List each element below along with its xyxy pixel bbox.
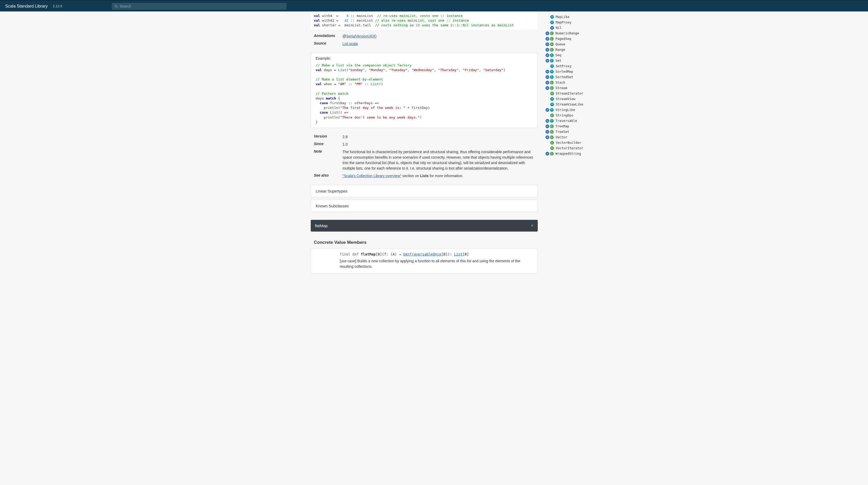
nav-item-sortedmap[interactable]: OTSortedMap: [546, 69, 619, 74]
t-badge-icon: T: [550, 103, 554, 106]
o-badge-icon: O: [546, 130, 549, 134]
nav-item-setproxy[interactable]: TSetProxy: [546, 63, 619, 69]
nav-label[interactable]: Stack: [555, 80, 565, 85]
nav-label[interactable]: Nil: [556, 26, 562, 30]
nav-item-sortedset[interactable]: OTSortedSet: [546, 74, 619, 80]
clear-filter-icon[interactable]: ×: [531, 223, 534, 228]
nav-label[interactable]: StreamIterator: [556, 91, 583, 95]
nav-item-streamview[interactable]: TStreamView: [546, 96, 619, 102]
o-badge-icon: O: [546, 152, 549, 156]
library-title: Scala Standard Library: [5, 4, 48, 9]
c-badge-icon: C: [550, 152, 554, 156]
seealso-link[interactable]: "Scala's Collection Library overview": [342, 174, 401, 178]
nav-item-vectoriterator[interactable]: CVectorIterator: [546, 146, 619, 151]
nav-label[interactable]: WrappedString: [555, 152, 581, 156]
nav-item-treemap[interactable]: OCTreeMap: [546, 124, 619, 129]
nav-item-vectorbuilder[interactable]: CVectorBuilder: [546, 140, 619, 146]
nav-label[interactable]: MapLike: [556, 15, 569, 19]
nav-label[interactable]: SortedSet: [555, 75, 573, 79]
library-version: 2.12.5: [53, 4, 62, 8]
c-badge-icon: C: [550, 130, 554, 134]
member-flatmap[interactable]: final def flatMap[B](f: (A) ⇒ GenTravers…: [311, 248, 538, 273]
nav-item-stream[interactable]: OCStream: [546, 85, 619, 91]
nav-label[interactable]: StreamView: [556, 97, 575, 101]
t-badge-icon: T: [550, 21, 554, 24]
nav-item-streamiterator[interactable]: CStreamIterator: [546, 91, 619, 96]
known-subclasses-toggle[interactable]: Known Subclasses: [311, 200, 538, 212]
o-badge-icon: O: [546, 119, 549, 123]
search-input[interactable]: [120, 4, 284, 8]
nav-label[interactable]: StringOps: [556, 113, 574, 117]
t-badge-icon: T: [550, 108, 554, 112]
nav-label[interactable]: VectorIterator: [556, 146, 583, 150]
source-label: Source: [314, 41, 342, 45]
svg-point-0: [115, 5, 117, 7]
nav-label[interactable]: Traversable: [555, 119, 577, 123]
t-badge-icon: T: [550, 59, 554, 63]
nav-label[interactable]: Stream: [555, 86, 567, 90]
nav-label[interactable]: VectorBuilder: [556, 141, 581, 144]
nav-label[interactable]: Vector: [555, 135, 567, 139]
keyword: val: [314, 14, 320, 18]
nav-item-seq[interactable]: OTSeq: [546, 52, 619, 58]
nav-label[interactable]: StringLike: [555, 108, 575, 112]
nav-item-streamviewlike[interactable]: TStreamViewLike: [546, 102, 619, 107]
svg-line-1: [117, 6, 117, 7]
nav-item-numericrange[interactable]: OCNumericRange: [546, 30, 619, 36]
nav-item-set[interactable]: OTSet: [546, 58, 619, 63]
nav-label[interactable]: NumericRange: [555, 31, 579, 35]
nav-label[interactable]: MapProxy: [556, 20, 571, 24]
linear-supertypes-toggle[interactable]: Linear Supertypes: [311, 185, 538, 197]
source-link[interactable]: List.scala: [342, 42, 358, 46]
c-badge-icon: C: [550, 86, 554, 90]
gentraversableonce-link[interactable]: GenTraversableOnce: [403, 252, 441, 256]
nav-label[interactable]: PagedSeq: [555, 37, 571, 41]
nav-item-pagedseq[interactable]: OCPagedSeq: [546, 36, 619, 41]
nav-label[interactable]: Queue: [555, 42, 565, 46]
nav-item-range[interactable]: OCRange: [546, 47, 619, 52]
o-badge-icon: O: [546, 48, 549, 52]
nav-item-stringops[interactable]: CStringOps: [546, 112, 619, 118]
nav-item-stringlike[interactable]: OTStringLike: [546, 107, 619, 112]
nav-item-stack[interactable]: OCStack: [546, 80, 619, 85]
search-container: [112, 3, 286, 10]
topbar: Scala Standard Library 2.12.5: [0, 0, 868, 11]
serial-version-uid-link[interactable]: SerialVersionUID: [346, 34, 374, 38]
nav-label[interactable]: TreeMap: [555, 124, 569, 128]
nav-label[interactable]: Set: [555, 59, 561, 63]
nav-label[interactable]: StreamViewLike: [556, 102, 583, 106]
nav-item-vector[interactable]: OCVector: [546, 134, 619, 140]
nav-label[interactable]: TreeSet: [555, 130, 569, 134]
nav-item-mapproxy[interactable]: TMapProxy: [546, 20, 619, 25]
nav-item-treeset[interactable]: OCTreeSet: [546, 129, 619, 134]
search-box[interactable]: [112, 3, 286, 10]
main-content: val with4 = 4 :: mainList // re-uses mai…: [308, 11, 540, 276]
nav-item-wrappedstring[interactable]: OCWrappedString: [546, 151, 619, 156]
o-badge-icon: O: [546, 125, 549, 128]
nav-label[interactable]: SortedMap: [555, 69, 573, 73]
o-badge-icon: O: [546, 108, 549, 112]
o-badge-icon: O: [546, 86, 549, 90]
o-badge-icon: O: [550, 26, 554, 30]
nav-item-nil[interactable]: ONil: [546, 25, 619, 30]
c-badge-icon: C: [550, 114, 554, 117]
nav-label[interactable]: Range: [555, 48, 565, 52]
since-value: 1.0: [342, 142, 347, 147]
nav-item-queue[interactable]: OCQueue: [546, 41, 619, 47]
c-badge-icon: C: [550, 141, 554, 144]
member-filter-input[interactable]: [315, 224, 531, 228]
search-icon: [115, 4, 118, 8]
nav-item-traversable[interactable]: OTTraversable: [546, 118, 619, 124]
member-signature: final def flatMap[B](f: (A) ⇒ GenTravers…: [340, 252, 533, 256]
o-badge-icon: O: [546, 42, 549, 46]
o-badge-icon: O: [546, 32, 549, 35]
section-header: Concrete Value Members: [314, 237, 538, 248]
metadata-section: Annotations @SerialVersionUID() Source L…: [311, 30, 538, 50]
nav-label[interactable]: Seq: [555, 53, 561, 57]
list-type-link[interactable]: List: [454, 252, 463, 256]
o-badge-icon: O: [546, 75, 549, 79]
example-title: Example:: [316, 56, 533, 60]
code-snippet-top: val with4 = 4 :: mainList // re-uses mai…: [311, 11, 538, 30]
nav-item-maplike[interactable]: TMapLike: [546, 14, 619, 20]
nav-label[interactable]: SetProxy: [556, 64, 571, 68]
